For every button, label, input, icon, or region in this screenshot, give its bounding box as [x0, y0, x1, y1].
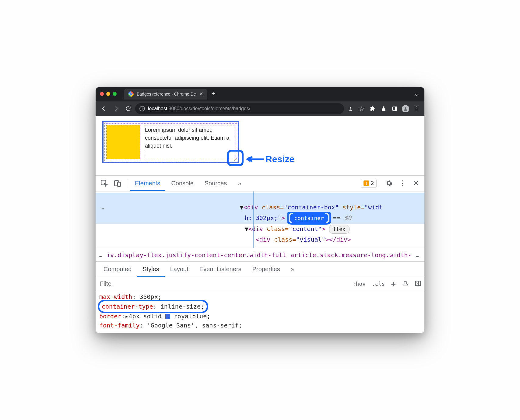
crumb-item[interactable]: article.stack.measure-long.width- [290, 251, 411, 259]
warning-icon: ! [364, 180, 369, 186]
flex-badge[interactable]: flex [329, 225, 350, 234]
page-viewport: Lorem ipsum dolor sit amet, consectetur … [96, 116, 424, 176]
container-box[interactable]: Lorem ipsum dolor sit amet, consectetur … [102, 121, 239, 163]
close-tab-icon[interactable]: ✕ [199, 91, 203, 97]
reload-button[interactable] [123, 103, 133, 114]
resize-handle-highlight [227, 150, 244, 166]
chrome-icon [128, 91, 134, 97]
overflow-menu-icon[interactable]: ⋮ [412, 104, 421, 114]
browser-tab[interactable]: Badges reference - Chrome De ✕ [124, 89, 207, 100]
devtools-tabs: Elements Console Sources » ! 2 ⋮ ✕ [96, 176, 424, 191]
subtab-properties[interactable]: Properties [247, 262, 286, 277]
device-toggle-icon[interactable] [111, 179, 124, 187]
css-declarations[interactable]: max-width: 350px; container-type: inline… [96, 291, 424, 333]
element-picker-icon[interactable] [98, 179, 110, 187]
css-decl-highlighted[interactable]: container-type: inline-size; [99, 301, 421, 312]
dom-row[interactable]: <div class="visual"></div> [96, 234, 424, 245]
traffic-lights [100, 92, 117, 96]
close-window-button[interactable] [100, 92, 104, 96]
crumb-item[interactable]: iv.display-flex.justify-content-center.w… [107, 251, 286, 259]
sidebar-toggle-icon[interactable] [412, 280, 424, 288]
navigation-toolbar: i localhost:8080/docs/devtools/elements/… [96, 101, 424, 116]
site-info-icon[interactable]: i [139, 106, 145, 111]
minimize-window-button[interactable] [106, 92, 110, 96]
subtab-computed[interactable]: Computed [98, 262, 137, 277]
issues-count: 2 [371, 180, 374, 187]
bookmark-star-icon[interactable]: ☆ [357, 104, 367, 114]
visual-box [107, 125, 140, 159]
css-decl[interactable]: border:▸4px solid royalblue; [99, 312, 421, 321]
share-icon[interactable] [346, 104, 356, 114]
maximize-window-button[interactable] [113, 92, 117, 96]
dom-breadcrumbs[interactable]: … iv.display-flex.justify-content-center… [96, 248, 424, 262]
url-display: localhost:8080/docs/devtools/elements/ba… [148, 106, 250, 111]
crumb-more-left[interactable]: … [99, 251, 102, 259]
styles-filter-input[interactable] [96, 277, 350, 291]
browser-window: Badges reference - Chrome De ✕ + ⌄ i loc… [96, 87, 424, 333]
tab-strip: Badges reference - Chrome De ✕ + ⌄ [96, 87, 424, 101]
subtab-event-listeners[interactable]: Event Listeners [194, 262, 247, 277]
profile-avatar[interactable] [401, 104, 410, 114]
extensions-puzzle-icon[interactable] [368, 104, 378, 114]
address-bar[interactable]: i localhost:8080/docs/devtools/elements/… [135, 103, 344, 114]
cls-toggle[interactable]: .cls [369, 281, 388, 287]
styles-subtabs: Computed Styles Layout Event Listeners P… [96, 262, 424, 277]
crumb-more-right[interactable]: … [416, 251, 419, 259]
tab-sources[interactable]: Sources [200, 176, 232, 191]
svg-rect-1 [395, 107, 397, 110]
settings-gear-icon[interactable] [383, 180, 395, 187]
svg-rect-5 [118, 182, 121, 187]
devtools-panel: Elements Console Sources » ! 2 ⋮ ✕ … ▼<d… [96, 176, 424, 333]
styles-filter-row: :hov .cls + [96, 277, 424, 291]
subtab-more-icon[interactable]: » [286, 262, 300, 277]
new-tab-button[interactable]: + [209, 90, 218, 98]
css-decl[interactable]: font-family: 'Google Sans', sans-serif; [99, 321, 421, 330]
devtools-close-icon[interactable]: ✕ [410, 179, 422, 187]
back-button[interactable] [99, 103, 109, 114]
dom-row-selected-2[interactable]: h: 302px;"> container == $0 [96, 213, 424, 224]
issues-badge[interactable]: ! 2 [361, 179, 377, 188]
dom-tree[interactable]: … ▼<div class="container-box" style="wid… [96, 191, 424, 248]
devtools-menu-icon[interactable]: ⋮ [396, 179, 409, 187]
svg-point-2 [405, 107, 406, 109]
lorem-text: Lorem ipsum dolor sit amet, consectetur … [144, 125, 235, 159]
css-decl[interactable]: max-width: 350px; [99, 292, 421, 301]
dom-row-selected[interactable]: … ▼<div class="container-box" style="wid… [96, 193, 424, 213]
panel-icon[interactable] [390, 104, 399, 114]
paint-brush-icon[interactable] [399, 280, 412, 288]
tab-console[interactable]: Console [166, 176, 198, 191]
resize-annotation: Resize [246, 154, 294, 164]
forward-button[interactable] [111, 103, 121, 114]
hov-toggle[interactable]: :hov [350, 281, 369, 287]
subtab-styles[interactable]: Styles [137, 262, 164, 277]
more-tabs-icon[interactable]: » [233, 176, 246, 191]
dom-row[interactable]: ▼<div class="content"> flex [96, 224, 424, 234]
tab-title: Badges reference - Chrome De [137, 92, 196, 96]
color-swatch[interactable] [165, 314, 170, 319]
labs-flask-icon[interactable] [379, 104, 388, 114]
container-badge[interactable]: container [290, 213, 328, 223]
subtab-layout[interactable]: Layout [165, 262, 194, 277]
new-style-rule-icon[interactable]: + [388, 279, 399, 289]
tab-list-chevron-icon[interactable]: ⌄ [411, 91, 421, 97]
svg-rect-6 [416, 281, 421, 285]
tab-elements[interactable]: Elements [130, 176, 165, 191]
